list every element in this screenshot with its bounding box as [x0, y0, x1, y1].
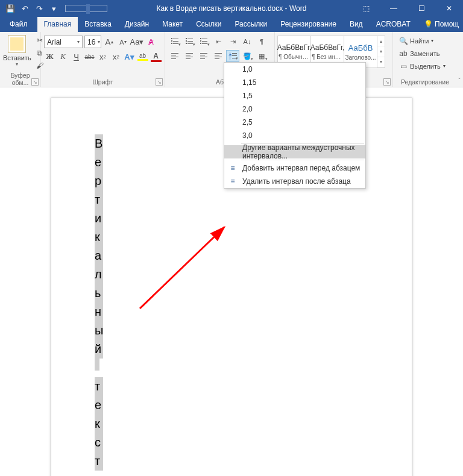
show-marks-button[interactable]: ¶ [255, 36, 268, 48]
document-title: Как в Ворде писать вертикально.docx - Wo… [157, 4, 307, 13]
font-name-combo[interactable]: Arial▾ [44, 36, 83, 48]
replace-button[interactable]: abЗаменить [397, 48, 447, 59]
collapse-ribbon-icon[interactable]: ˇ [458, 77, 461, 84]
font-dialog-launcher[interactable]: ↘ [156, 78, 163, 86]
add-space-icon: ≡ [228, 164, 238, 172]
multilevel-button[interactable]: ▾ [197, 36, 210, 48]
spacing-option[interactable]: 1,15 [224, 76, 365, 89]
remove-space-after[interactable]: ≡Удалить интервал после абзаца [224, 175, 365, 188]
shrink-font-icon[interactable]: A▾ [117, 36, 129, 48]
text-effects-button[interactable]: A▾ [124, 51, 135, 63]
char[interactable]: к [95, 228, 103, 246]
save-icon[interactable]: 💾 [4, 2, 17, 15]
grow-font-icon[interactable]: A▴ [103, 36, 115, 48]
close-icon[interactable]: ✕ [435, 0, 463, 17]
tab-design[interactable]: Дизайн [118, 17, 156, 32]
char[interactable]: т [95, 190, 103, 209]
spacing-option[interactable]: 3,0 [224, 129, 365, 142]
clear-format-icon[interactable]: A̷ [145, 36, 157, 48]
find-button[interactable]: 🔍Найти ▾ [397, 35, 447, 46]
replace-icon: ab [399, 49, 408, 58]
underline-button[interactable]: Ч [71, 51, 82, 63]
quick-access-toolbar: 💾 ↶ ↷ ▾ [0, 2, 60, 15]
font-size-combo[interactable]: 16▾ [84, 36, 101, 48]
style-sample: АаБбВвГг, [310, 43, 345, 52]
spacing-option[interactable]: 1,0 [224, 63, 365, 76]
spacing-option[interactable]: 2,0 [224, 102, 365, 116]
char[interactable]: ь [95, 284, 103, 302]
qat-customize-icon[interactable]: ▾ [47, 2, 60, 15]
group-editing: 🔍Найти ▾ abЗаменить ▭Выделить ▾ Редактир… [393, 32, 457, 87]
borders-button[interactable]: ▦▾ [255, 50, 268, 62]
tab-mailings[interactable]: Рассылки [228, 17, 274, 32]
group-font-label: Шрифт [44, 78, 162, 86]
align-right-button[interactable] [197, 50, 210, 62]
decrease-indent-button[interactable]: ⇤ [212, 36, 225, 48]
char[interactable]: н [95, 302, 103, 321]
char[interactable]: с [95, 433, 103, 452]
italic-button[interactable]: К [57, 51, 69, 63]
minimize-icon[interactable]: — [380, 0, 408, 17]
subscript-button[interactable]: x2 [97, 51, 109, 63]
paste-icon [8, 35, 26, 53]
tab-references[interactable]: Ссылки [189, 17, 228, 32]
font-color-button[interactable]: A [150, 51, 162, 63]
styles-scroll[interactable]: ▴▾▾ [377, 36, 385, 68]
ribbon-options-icon[interactable]: ⬚ [352, 0, 380, 17]
char[interactable]: е [95, 396, 103, 415]
change-case-icon[interactable]: Aa▾ [131, 36, 143, 48]
spacing-options-more[interactable]: Другие варианты междустрочных интервалов… [224, 145, 365, 158]
justify-button[interactable] [212, 50, 225, 62]
style-sample: АаБбВ [348, 43, 373, 52]
font-size-value: 16 [87, 38, 95, 46]
char[interactable]: к [95, 415, 103, 433]
sort-button[interactable]: A↓ [241, 36, 254, 48]
increase-indent-button[interactable]: ⇥ [226, 36, 239, 48]
styles-dialog-launcher[interactable]: ↘ [383, 78, 391, 86]
tab-file[interactable]: Файл [0, 17, 37, 32]
tab-home[interactable]: Главная [37, 17, 78, 32]
ribbon-display-slider[interactable] [65, 5, 107, 12]
char-blank[interactable] [95, 359, 99, 371]
undo-icon[interactable]: ↶ [18, 2, 31, 15]
ribbon-tabs: Файл Главная Вставка Дизайн Макет Ссылки… [0, 17, 463, 32]
highlight-button[interactable]: ab [137, 51, 148, 63]
tab-insert[interactable]: Вставка [78, 17, 118, 32]
tab-view[interactable]: Вид [343, 17, 370, 32]
add-space-before[interactable]: ≡Добавить интервал перед абзацем [224, 161, 365, 175]
bullets-button[interactable]: ▾ [168, 36, 181, 48]
tab-layout[interactable]: Макет [156, 17, 189, 32]
tab-review[interactable]: Рецензирование [274, 17, 343, 32]
char[interactable]: т [95, 377, 103, 396]
clipboard-dialog-launcher[interactable]: ↘ [31, 78, 39, 86]
char[interactable]: е [95, 153, 103, 172]
char[interactable]: и [95, 209, 103, 228]
char[interactable]: ы [95, 321, 103, 340]
align-left-button[interactable] [168, 50, 181, 62]
numbering-button[interactable]: ▾ [183, 36, 196, 48]
redo-icon[interactable]: ↷ [33, 2, 46, 15]
char[interactable]: р [95, 172, 103, 190]
menu-label: Удалить интервал после абзаца [242, 177, 351, 186]
char[interactable]: л [95, 265, 103, 284]
select-label: Выделить [410, 63, 441, 70]
shading-button[interactable]: 🪣▾ [241, 50, 254, 62]
replace-label: Заменить [410, 50, 439, 57]
superscript-button[interactable]: x2 [110, 51, 122, 63]
spacing-option[interactable]: 2,5 [224, 116, 365, 129]
tab-acrobat[interactable]: ACROBAT [370, 17, 417, 32]
char[interactable]: В [95, 134, 103, 153]
paste-button[interactable]: Вставить ▾ [3, 34, 31, 71]
tell-me[interactable]: 💡 Помощ [417, 17, 463, 32]
maximize-icon[interactable]: ☐ [408, 0, 435, 17]
char[interactable]: й [95, 340, 103, 359]
find-label: Найти [410, 37, 429, 45]
char[interactable]: а [95, 246, 103, 265]
line-spacing-button[interactable]: ▾ [226, 50, 239, 62]
strike-button[interactable]: abc [84, 51, 95, 63]
align-center-button[interactable] [183, 50, 196, 62]
bold-button[interactable]: Ж [44, 51, 55, 63]
spacing-option[interactable]: 1,5 [224, 89, 365, 102]
select-button[interactable]: ▭Выделить ▾ [397, 60, 447, 72]
char[interactable]: т [95, 452, 103, 471]
